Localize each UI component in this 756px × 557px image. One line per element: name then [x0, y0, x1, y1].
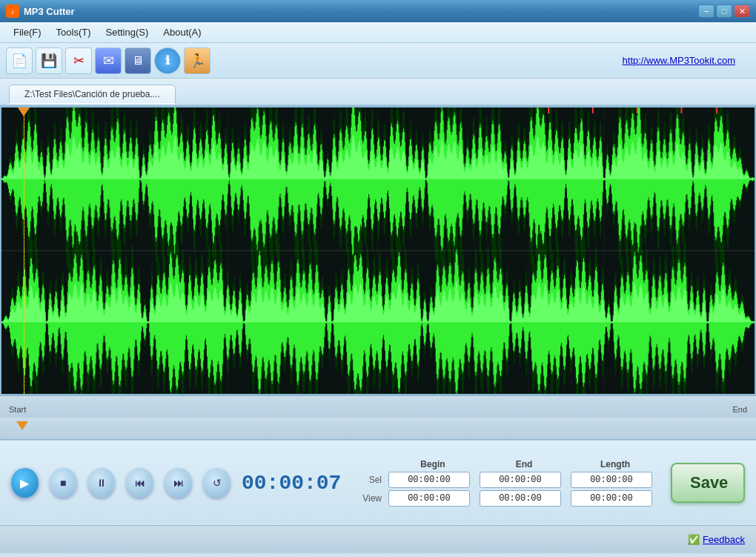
menu-bar: File(F) Tools(T) Setting(S) About(A) [0, 22, 756, 43]
save-button[interactable]: Save [671, 463, 745, 503]
pause-button[interactable]: ⏸ [88, 468, 116, 498]
feedback-link[interactable]: ✅ Feedback [688, 534, 745, 545]
play-icon: ▶ [20, 476, 29, 490]
menu-file[interactable]: File(F) [6, 24, 49, 40]
play-button[interactable]: ▶ [11, 468, 39, 498]
website-link[interactable]: http://www.MP3Tookit.com [623, 55, 750, 66]
timeline-bar: Start End [0, 395, 756, 418]
screen-button[interactable]: 🖥 [125, 47, 151, 74]
feedback-icon: ✅ [688, 534, 700, 545]
title-bar: ♪ MP3 Cutter − □ ✕ [0, 0, 756, 22]
toolbar-buttons: 📄 💾 ✂ ✉ 🖥 ℹ 🏃 [6, 47, 623, 74]
length-header: Length [571, 459, 660, 469]
app-icon: ♪ [6, 4, 19, 18]
end-button[interactable]: ⏭ [165, 468, 192, 498]
playhead-line [24, 108, 24, 394]
view-end-input[interactable] [480, 490, 561, 507]
controls-area: ▶ ■ ⏸ ⏮ ⏭ ↺ 00:00:07 Begin End Length Se… [0, 440, 756, 525]
stop-button[interactable]: ■ [50, 468, 77, 498]
save-file-button[interactable]: 💾 [36, 47, 62, 74]
waveform-display[interactable] [1, 108, 755, 394]
waveform-container[interactable] [0, 106, 756, 395]
maximize-button[interactable]: □ [716, 4, 732, 18]
begin-icon: ⏮ [135, 478, 145, 489]
info-button[interactable]: ℹ [154, 47, 181, 74]
time-display: 00:00:07 [242, 472, 338, 495]
footer: ✅ Feedback [0, 525, 756, 553]
loop-button[interactable]: ↺ [203, 468, 231, 498]
sel-end-input[interactable] [480, 472, 561, 488]
close-button[interactable]: ✕ [734, 4, 750, 18]
menu-tools[interactable]: Tools(T) [49, 24, 99, 40]
new-button[interactable]: 📄 [6, 47, 33, 74]
file-tab[interactable]: Z:\Test Files\Canción de prueba.... [9, 85, 176, 105]
cut-button[interactable]: ✂ [65, 47, 92, 74]
sel-label: Sel [349, 475, 386, 485]
email-button[interactable]: ✉ [95, 47, 122, 74]
end-header: End [480, 459, 568, 469]
pause-icon: ⏸ [96, 477, 107, 489]
timeline-start-label: Start [9, 405, 26, 414]
sel-length-input[interactable] [571, 472, 652, 488]
menu-about[interactable]: About(A) [156, 24, 208, 40]
run-button[interactable]: 🏃 [184, 47, 210, 74]
timeline-end-label: End [732, 405, 747, 414]
end-icon: ⏭ [173, 478, 183, 489]
loop-icon: ↺ [213, 477, 222, 489]
view-begin-input[interactable] [388, 490, 470, 507]
begin-button[interactable]: ⏮ [126, 468, 153, 498]
start-position-handle[interactable] [18, 108, 30, 116]
menu-setting[interactable]: Setting(S) [99, 24, 156, 40]
handle-bar [0, 418, 756, 440]
feedback-label: Feedback [703, 534, 745, 545]
stop-icon: ■ [60, 477, 66, 489]
view-label: View [349, 493, 386, 504]
sel-begin-input[interactable] [388, 472, 470, 488]
minimize-button[interactable]: − [698, 4, 714, 18]
time-info-panel: Begin End Length Sel View [349, 459, 660, 507]
window-title: MP3 Cutter [24, 6, 697, 17]
tab-area: Z:\Test Files\Canción de prueba.... [0, 79, 756, 106]
begin-header: Begin [388, 459, 477, 469]
start-handle[interactable] [16, 421, 28, 430]
toolbar: 📄 💾 ✂ ✉ 🖥 ℹ 🏃 http://www.MP3Tookit.com [0, 43, 756, 79]
view-length-input[interactable] [571, 490, 652, 507]
